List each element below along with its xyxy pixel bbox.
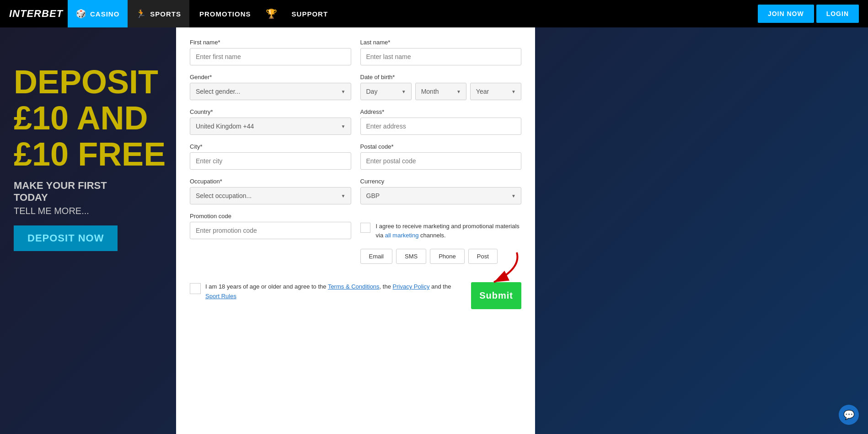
age-text-before: I am 18 years of age or older and agree … (205, 283, 328, 290)
support-nav-item[interactable]: SUPPORT (282, 0, 338, 27)
promotions-label: PROMOTIONS (199, 10, 251, 18)
dob-month-wrapper: Month (415, 83, 466, 100)
hero-line1: DEPOSIT (14, 64, 158, 100)
deposit-now-button[interactable]: DEPOSIT NOW (14, 225, 118, 251)
marketing-checkbox[interactable] (360, 223, 370, 233)
first-name-label: First name* (190, 39, 351, 46)
support-label: SUPPORT (292, 10, 328, 18)
city-postal-row: City* Postal code* (190, 143, 521, 170)
last-name-label: Last name* (360, 39, 522, 46)
occupation-label: Occupation* (190, 178, 351, 185)
tell-more-link[interactable]: TELL ME MORE... (14, 206, 166, 216)
age-text-mid2: and the (429, 283, 451, 290)
sports-label: SPORTS (150, 10, 181, 18)
country-label: Country* (190, 108, 351, 115)
last-name-group: Last name* (360, 39, 522, 65)
address-group: Address* (360, 108, 522, 135)
marketing-text: I agree to receive marketing and promoti… (376, 222, 522, 240)
occupation-select-wrapper: Select occupation... (190, 187, 351, 204)
registration-form: First name* Last name* Gender* Select ge… (176, 27, 535, 434)
nav-right: JOIN NOW LOGIN (758, 5, 859, 23)
phone-channel-button[interactable]: Phone (430, 249, 465, 264)
logo-inter: INTER (9, 8, 42, 19)
hero-line2: £10 AND (14, 100, 148, 136)
gender-dob-row: Gender* Select gender... Male Female Dat… (190, 74, 521, 100)
first-name-group: First name* (190, 39, 351, 65)
occupation-select[interactable]: Select occupation... (190, 187, 351, 204)
terms-link[interactable]: Terms & Conditions (328, 283, 380, 290)
currency-select[interactable]: GBP (360, 187, 522, 204)
sport-rules-link[interactable]: Sport Rules (205, 293, 236, 300)
navbar: INTERBET 🎲 CASINO 🏃 SPORTS PROMOTIONS 🏆 … (0, 0, 868, 27)
dob-selects: Day Month Year (360, 83, 522, 100)
age-checkbox[interactable] (190, 283, 201, 294)
dob-day-select[interactable]: Day (360, 83, 412, 100)
marketing-all-text: all marketing (385, 232, 419, 239)
marketing-spacer (360, 213, 522, 220)
submit-button[interactable]: Submit (471, 282, 521, 309)
address-input[interactable] (360, 118, 522, 135)
privacy-link[interactable]: Privacy Policy (393, 283, 430, 290)
postal-group: Postal code* (360, 143, 522, 170)
dob-label: Date of birth* (360, 74, 522, 80)
postal-input[interactable] (360, 152, 522, 170)
country-select-wrapper: United Kingdom +44 (190, 118, 351, 135)
city-label: City* (190, 143, 351, 150)
post-channel-button[interactable]: Post (468, 249, 498, 264)
dob-day-wrapper: Day (360, 83, 412, 100)
bottom-section: I am 18 years of age or older and agree … (190, 282, 521, 309)
age-agreement: I am 18 years of age or older and agree … (190, 282, 462, 301)
promo-group: Promotion code (190, 213, 351, 273)
currency-label: Currency (360, 178, 522, 185)
casino-nav-item[interactable]: 🎲 CASINO (68, 0, 128, 27)
sms-channel-button[interactable]: SMS (396, 249, 426, 264)
runner-icon: 🏃 (136, 9, 146, 19)
trophy-icon: 🏆 (261, 8, 282, 19)
city-input[interactable] (190, 152, 351, 170)
postal-label: Postal code* (360, 143, 522, 150)
country-address-row: Country* United Kingdom +44 Address* (190, 108, 521, 135)
occupation-group: Occupation* Select occupation... (190, 178, 351, 204)
sports-nav-item[interactable]: 🏃 SPORTS (128, 0, 189, 27)
country-group: Country* United Kingdom +44 (190, 108, 351, 135)
hero-subtitle: MAKE YOUR FIRST TODAY (14, 180, 166, 204)
casino-label: CASINO (90, 10, 119, 18)
chat-icon: 💬 (843, 409, 855, 420)
gender-select[interactable]: Select gender... Male Female (190, 83, 351, 100)
dob-year-wrapper: Year (470, 83, 521, 100)
currency-select-wrapper: GBP (360, 187, 522, 204)
age-text: I am 18 years of age or older and agree … (205, 282, 462, 301)
join-now-button[interactable]: JOIN NOW (758, 5, 814, 23)
channel-buttons: Email SMS Phone Post (360, 249, 522, 264)
promotions-nav-item[interactable]: PROMOTIONS (189, 0, 261, 27)
submit-area: Submit (471, 282, 521, 309)
email-channel-button[interactable]: Email (360, 249, 393, 264)
login-button[interactable]: LOGIN (816, 5, 859, 23)
first-name-input[interactable] (190, 48, 351, 65)
last-name-input[interactable] (360, 48, 522, 65)
marketing-text-after: channels. (418, 232, 445, 239)
marketing-section: I agree to receive marketing and promoti… (360, 222, 522, 240)
address-label: Address* (360, 108, 522, 115)
country-select[interactable]: United Kingdom +44 (190, 118, 351, 135)
logo: INTERBET (9, 8, 63, 20)
hero-line3: £10 FREE (14, 136, 166, 172)
age-text-mid1: , the (380, 283, 393, 290)
promo-input[interactable] (190, 222, 351, 239)
hero-text: DEPOSIT £10 AND £10 FREE MAKE YOUR FIRST… (14, 64, 166, 251)
gender-select-wrapper: Select gender... Male Female (190, 83, 351, 100)
marketing-group: I agree to receive marketing and promoti… (360, 213, 522, 273)
currency-group: Currency GBP (360, 178, 522, 204)
gender-label: Gender* (190, 74, 351, 80)
dob-year-select[interactable]: Year (470, 83, 521, 100)
dob-month-select[interactable]: Month (415, 83, 466, 100)
occupation-currency-row: Occupation* Select occupation... Currenc… (190, 178, 521, 204)
gender-group: Gender* Select gender... Male Female (190, 74, 351, 100)
dice-icon: 🎲 (76, 9, 86, 19)
chat-support-button[interactable]: 💬 (839, 405, 859, 425)
promo-label: Promotion code (190, 213, 351, 220)
dob-group: Date of birth* Day Month Year (360, 74, 522, 100)
promo-marketing-row: Promotion code I agree to receive market… (190, 213, 521, 273)
name-row: First name* Last name* (190, 39, 521, 65)
logo-bet: BET (42, 8, 63, 19)
